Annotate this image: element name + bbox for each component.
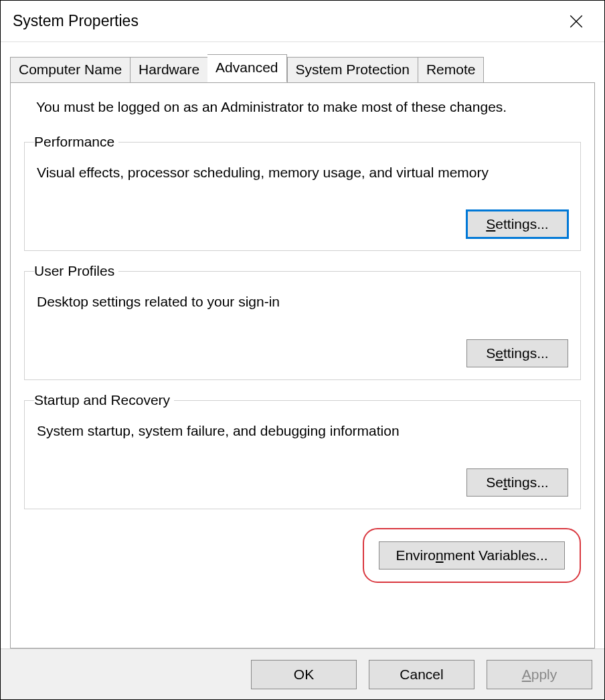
environment-variables-row: Environment Variables...	[24, 528, 581, 583]
tab-content-advanced: You must be logged on as an Administrato…	[10, 82, 595, 648]
startup-recovery-group: Startup and Recovery System startup, sys…	[24, 392, 581, 509]
tab-computer-name[interactable]: Computer Name	[10, 57, 131, 83]
dialog-footer: OK Cancel Apply	[1, 648, 604, 699]
tab-strip: Computer Name Hardware Advanced System P…	[10, 54, 595, 82]
close-button[interactable]	[560, 5, 592, 37]
ok-button[interactable]: OK	[251, 660, 357, 689]
titlebar: System Properties	[1, 1, 604, 42]
close-icon	[570, 15, 583, 28]
startup-recovery-desc: System startup, system failure, and debu…	[37, 423, 568, 439]
window-title: System Properties	[13, 12, 139, 30]
tab-advanced[interactable]: Advanced	[207, 54, 286, 82]
system-properties-window: System Properties Computer Name Hardware…	[0, 0, 605, 700]
environment-variables-button[interactable]: Environment Variables...	[379, 541, 565, 570]
tab-system-protection[interactable]: System Protection	[287, 57, 418, 83]
cancel-button[interactable]: Cancel	[369, 660, 474, 689]
user-profiles-group: User Profiles Desktop settings related t…	[24, 263, 581, 380]
environment-variables-highlight: Environment Variables...	[363, 528, 581, 583]
tab-hardware[interactable]: Hardware	[131, 57, 207, 83]
performance-legend: Performance	[34, 134, 118, 150]
startup-recovery-settings-button[interactable]: Settings...	[466, 468, 568, 497]
user-profiles-desc: Desktop settings related to your sign-in	[37, 294, 568, 310]
user-profiles-settings-button[interactable]: Settings...	[466, 339, 568, 367]
performance-settings-button[interactable]: Settings...	[466, 210, 568, 238]
tab-remote[interactable]: Remote	[418, 57, 485, 83]
admin-notice: You must be logged on as an Administrato…	[36, 99, 581, 115]
performance-group: Performance Visual effects, processor sc…	[24, 134, 581, 251]
user-profiles-legend: User Profiles	[34, 263, 118, 279]
performance-desc: Visual effects, processor scheduling, me…	[37, 165, 568, 181]
startup-recovery-legend: Startup and Recovery	[34, 392, 174, 408]
apply-button: Apply	[487, 660, 592, 689]
